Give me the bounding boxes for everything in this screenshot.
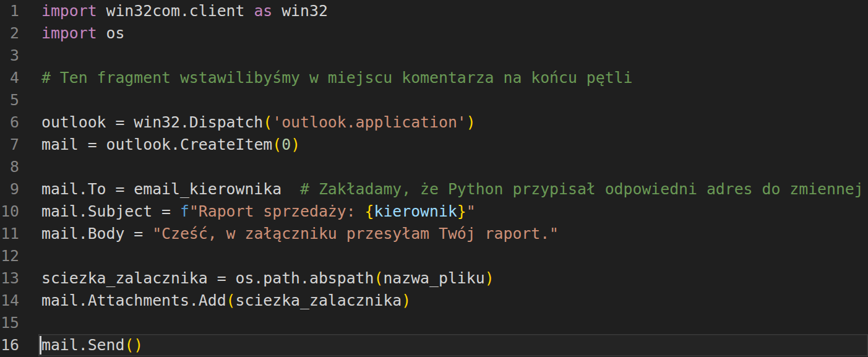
code-text[interactable]: mail = outlook.CreateItem(0) <box>38 134 868 156</box>
code-token: email_kierownika <box>134 180 300 198</box>
code-token: = <box>115 180 134 198</box>
code-token: = <box>161 202 180 220</box>
code-token: as <box>254 2 272 20</box>
code-token: = <box>88 135 106 153</box>
line-number: 15 <box>0 312 19 334</box>
code-token: win32.Dispatch <box>134 113 263 131</box>
code-line[interactable]: 8 <box>0 156 868 178</box>
code-line[interactable]: 1import win32com.client as win32 <box>0 0 868 22</box>
line-number: 2 <box>0 22 19 45</box>
code-text[interactable]: mail.Attachments.Add(sciezka_zalacznika) <box>38 290 868 312</box>
text-cursor <box>40 336 41 355</box>
code-line[interactable]: 11mail.Body = "Cześć, w załączniku przes… <box>0 223 868 245</box>
code-token: " <box>466 202 476 220</box>
code-line[interactable]: 7mail = outlook.CreateItem(0) <box>0 134 868 156</box>
code-token: mail.Attachments.Add <box>41 291 226 309</box>
code-line[interactable]: 2import os <box>0 22 868 45</box>
line-number: 14 <box>0 290 19 312</box>
line-number: 1 <box>0 0 19 22</box>
line-number: 7 <box>0 134 19 156</box>
code-text[interactable]: mail.Body = "Cześć, w załączniku przesył… <box>38 223 868 245</box>
code-text[interactable]: mail.Send() <box>38 334 868 356</box>
code-token: win32com.client <box>97 2 254 20</box>
code-token: ) <box>466 113 476 131</box>
line-number: 5 <box>0 89 19 111</box>
line-number: 12 <box>0 245 19 267</box>
code-token: ( <box>124 336 134 354</box>
code-token: ) <box>402 291 411 309</box>
code-token: outlook <box>41 113 115 131</box>
code-token: mail.To <box>41 180 115 198</box>
code-line[interactable]: 12 <box>0 245 868 267</box>
code-token: mail.Send <box>41 336 124 354</box>
code-token: ) <box>134 336 143 354</box>
code-token: "Cześć, w załączniku przesyłam Twój rapo… <box>152 225 559 243</box>
line-number: 10 <box>0 200 19 223</box>
line-number: 9 <box>0 178 19 200</box>
code-line[interactable]: 5 <box>0 89 868 111</box>
line-number: 4 <box>0 67 19 89</box>
code-text[interactable] <box>38 89 868 111</box>
code-text[interactable]: mail.Subject = f"Raport sprzedaży: {kier… <box>38 200 868 223</box>
code-token: os <box>97 24 125 42</box>
line-number: 3 <box>0 45 19 67</box>
code-token: "Raport sprzedaży: <box>189 202 365 220</box>
code-token: 0 <box>281 135 291 153</box>
code-token: # Zakładamy, że Python przypisał odpowie… <box>300 180 864 198</box>
code-text[interactable]: sciezka_zalacznika = os.path.abspath(naz… <box>38 267 868 290</box>
code-line[interactable]: 14mail.Attachments.Add(sciezka_zalacznik… <box>0 290 868 312</box>
code-text[interactable] <box>38 156 868 178</box>
code-token: mail.Body <box>41 225 134 243</box>
code-editor[interactable]: 1import win32com.client as win322import … <box>0 0 868 357</box>
code-line[interactable]: 15 <box>0 312 868 334</box>
code-token: ) <box>291 135 300 153</box>
code-token: sciezka_zalacznika <box>236 291 402 309</box>
code-text[interactable] <box>38 245 868 267</box>
line-number: 16 <box>0 334 19 356</box>
code-token: os.path.abspath <box>236 269 374 287</box>
code-token: sciezka_zalacznika <box>41 269 217 287</box>
code-token: win32 <box>272 2 328 20</box>
code-token: } <box>457 202 466 220</box>
code-text[interactable]: mail.To = email_kierownika # Zakładamy, … <box>38 178 868 200</box>
code-token: ) <box>485 269 494 287</box>
code-text[interactable]: import win32com.client as win32 <box>38 0 868 22</box>
code-token: f <box>180 202 189 220</box>
code-token: kierownik <box>374 202 457 220</box>
code-line[interactable]: 9mail.To = email_kierownika # Zakładamy,… <box>0 178 868 200</box>
code-token: import <box>41 2 97 20</box>
code-token: = <box>134 225 152 243</box>
code-line[interactable]: 6outlook = win32.Dispatch('outlook.appli… <box>0 111 868 134</box>
code-text[interactable] <box>38 45 868 67</box>
code-token: # Ten fragment wstawilibyśmy w miejscu k… <box>41 69 632 87</box>
line-number: 8 <box>0 156 19 178</box>
code-line[interactable]: 3 <box>0 45 868 67</box>
code-text[interactable]: import os <box>38 22 868 45</box>
code-line[interactable]: 10mail.Subject = f"Raport sprzedaży: {ki… <box>0 200 868 223</box>
code-token: mail.Subject <box>41 202 161 220</box>
code-token: 'outlook.application' <box>272 113 466 131</box>
code-token: { <box>365 202 374 220</box>
code-text[interactable] <box>38 312 868 334</box>
code-token: mail <box>41 135 88 153</box>
code-token: nazwa_pliku <box>383 269 484 287</box>
code-token: import <box>41 24 97 42</box>
code-token: = <box>115 113 134 131</box>
code-token: ( <box>226 291 236 309</box>
line-number: 11 <box>0 223 19 245</box>
code-token: = <box>217 269 236 287</box>
code-token: ( <box>374 269 383 287</box>
code-line[interactable]: 16mail.Send() <box>0 334 868 356</box>
code-line[interactable]: 4# Ten fragment wstawilibyśmy w miejscu … <box>0 67 868 89</box>
code-token: ( <box>263 113 272 131</box>
line-number: 13 <box>0 267 19 290</box>
code-text[interactable]: # Ten fragment wstawilibyśmy w miejscu k… <box>38 67 868 89</box>
code-line[interactable]: 13sciezka_zalacznika = os.path.abspath(n… <box>0 267 868 290</box>
line-number: 6 <box>0 111 19 134</box>
code-token: outlook.CreateItem <box>106 135 273 153</box>
code-token: ( <box>272 135 281 153</box>
code-text[interactable]: outlook = win32.Dispatch('outlook.applic… <box>38 111 868 134</box>
